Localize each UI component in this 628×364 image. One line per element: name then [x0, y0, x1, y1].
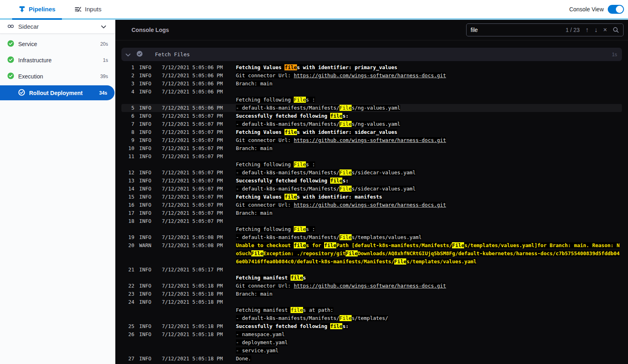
log-timestamp: 7/12/2021 5:05:06 PM — [162, 80, 231, 88]
log-level: INFO — [139, 266, 157, 274]
sidebar-step-execution[interactable]: Execution39s — [0, 68, 115, 85]
log-timestamp — [162, 347, 231, 355]
sidebar-step-rollout-deployment[interactable]: Rollout Deployment34s — [0, 85, 115, 100]
step-duration: 20s — [100, 41, 108, 47]
tab-inputs[interactable]: Inputs — [68, 0, 108, 18]
log-line[interactable]: 12INFO7/12/2021 5:05:07 PM- default-k8s-… — [121, 169, 622, 177]
chevron-down-icon[interactable] — [125, 51, 131, 58]
log-line[interactable]: 6INFO7/12/2021 5:05:07 PMSuccessfully fe… — [121, 112, 622, 120]
log-line[interactable]: Fetching following Files : — [121, 96, 622, 104]
log-line[interactable]: 17INFO7/12/2021 5:05:07 PMBranch: main — [121, 209, 622, 217]
line-number: 14 — [121, 185, 134, 193]
log-line[interactable]: 2INFO7/12/2021 5:05:06 PMGit connector U… — [121, 72, 622, 80]
log-line[interactable]: 21INFO7/12/2021 5:05:17 PM — [121, 266, 622, 274]
line-number — [121, 339, 134, 347]
log-line[interactable]: 23INFO7/12/2021 5:05:18 PMBranch: main — [121, 290, 622, 298]
log-line[interactable]: Fetching manifest files at path: — [121, 306, 622, 314]
log-level: INFO — [139, 193, 157, 201]
log-line[interactable]: 25INFO7/12/2021 5:05:18 PMSuccessfully f… — [121, 322, 622, 330]
line-number: 2 — [121, 72, 134, 80]
log-line[interactable]: 18INFO7/12/2021 5:05:07 PM — [121, 217, 622, 225]
line-number: 4 — [121, 88, 134, 96]
sidebar-step-service[interactable]: Service20s — [0, 36, 115, 52]
log-timestamp: 7/12/2021 5:05:07 PM — [162, 177, 231, 185]
line-number: 19 — [121, 233, 134, 241]
log-timestamp: 7/12/2021 5:05:06 PM — [162, 63, 231, 72]
log-line[interactable]: 13INFO7/12/2021 5:05:07 PMSuccessfully f… — [121, 177, 622, 185]
log-line[interactable]: 14INFO7/12/2021 5:05:07 PM- default-k8s-… — [121, 185, 622, 193]
log-line[interactable]: - default-k8s-manifests/Manifests/Files/… — [121, 314, 622, 322]
log-timestamp: 7/12/2021 5:05:07 PM — [162, 112, 231, 120]
log-message: Git connector Url: https://github.com/wi… — [236, 136, 622, 144]
tab-label: Pipelines — [29, 6, 55, 13]
log-link[interactable]: https://github.com/wings-software/harnes… — [294, 202, 446, 208]
search-input[interactable] — [471, 27, 560, 33]
sidebar: Sidecar Service20sInfrastructure1sExecut… — [0, 20, 115, 364]
log-line[interactable]: 24INFO7/12/2021 5:05:18 PM — [121, 298, 622, 306]
sidebar-stage-header[interactable]: Sidecar — [0, 20, 115, 34]
log-line[interactable]: 7INFO7/12/2021 5:05:07 PM- default-k8s-m… — [121, 120, 622, 128]
log-line[interactable]: 8INFO7/12/2021 5:05:07 PMFetching Values… — [121, 128, 622, 136]
line-number: 12 — [121, 169, 134, 177]
log-message: Fetching Values files with identifier: p… — [236, 63, 622, 72]
log-line[interactable]: 19INFO7/12/2021 5:05:08 PM- default-k8s-… — [121, 233, 622, 241]
line-number: 16 — [121, 201, 134, 209]
search-clear-button[interactable]: × — [603, 27, 607, 33]
sidebar-step-infrastructure[interactable]: Infrastructure1s — [0, 52, 115, 68]
search-prev-button[interactable]: ↑ — [586, 27, 589, 33]
log-link[interactable]: https://github.com/wings-software/harnes… — [294, 72, 446, 78]
log-line[interactable]: 20WARN7/12/2021 5:05:08 PMUnable to chec… — [121, 241, 622, 266]
log-message: Successfully fetched following files: — [236, 112, 622, 120]
step-duration: 1s — [103, 57, 108, 63]
log-line[interactable]: - service.yaml — [121, 347, 622, 355]
search-match: file — [330, 178, 342, 184]
active-search-match: file — [284, 64, 297, 70]
log-line[interactable]: 4INFO7/12/2021 5:05:06 PM — [121, 88, 622, 96]
chevron-down-icon[interactable] — [101, 23, 106, 30]
search-icon[interactable] — [613, 27, 619, 33]
log-line[interactable]: 11INFO7/12/2021 5:05:07 PM — [121, 152, 622, 161]
console-view-label: Console View — [569, 6, 604, 13]
log-line[interactable]: Fetching following Files : — [121, 225, 622, 233]
check-circle-icon — [7, 40, 14, 48]
log-section-header[interactable]: Fetch Files 1s — [121, 48, 622, 61]
log-message: Branch: main — [236, 290, 622, 298]
search-match: file — [330, 113, 342, 119]
log-line[interactable]: 9INFO7/12/2021 5:05:07 PMGit connector U… — [121, 136, 622, 144]
log-timestamp: 7/12/2021 5:05:08 PM — [162, 241, 231, 266]
log-line[interactable]: 3INFO7/12/2021 5:05:06 PMBranch: main — [121, 80, 622, 88]
log-line[interactable]: 10INFO7/12/2021 5:05:07 PMBranch: main — [121, 144, 622, 152]
log-timestamp — [162, 96, 231, 104]
log-line[interactable]: 26INFO7/12/2021 5:05:18 PM- namespace.ya… — [121, 330, 622, 339]
tab-pipelines[interactable]: Pipelines — [12, 0, 62, 18]
line-number — [121, 306, 134, 314]
log-line[interactable]: 15INFO7/12/2021 5:05:07 PMFetching Value… — [121, 193, 622, 201]
log-line[interactable]: 22INFO7/12/2021 5:05:18 PMGit connector … — [121, 282, 622, 290]
search-match: file — [291, 275, 303, 281]
search-match: File — [339, 315, 352, 321]
log-message: - default-k8s-manifests/Manifests/Files/… — [236, 104, 622, 112]
log-line[interactable]: Fetching following Files : — [121, 161, 622, 169]
line-number: 27 — [121, 355, 134, 363]
log-line[interactable]: 5INFO7/12/2021 5:05:06 PM- default-k8s-m… — [121, 104, 622, 112]
log-timestamp: 7/12/2021 5:05:07 PM — [162, 169, 231, 177]
log-link[interactable]: https://github.com/wings-software/harnes… — [294, 283, 446, 289]
search-next-button[interactable]: ↓ — [594, 27, 598, 33]
log-line[interactable]: 1INFO7/12/2021 5:05:06 PMFetching Values… — [121, 63, 622, 72]
tab-label: Inputs — [85, 6, 102, 13]
log-level: INFO — [139, 104, 157, 112]
log-timestamp: 7/12/2021 5:05:07 PM — [162, 120, 231, 128]
line-number: 5 — [121, 104, 134, 112]
log-message: - deployment.yaml — [236, 339, 622, 347]
line-number: 3 — [121, 80, 134, 88]
log-level: WARN — [139, 241, 157, 266]
log-timestamp: 7/12/2021 5:05:17 PM — [162, 266, 231, 274]
log-level — [139, 161, 157, 169]
log-line[interactable]: 16INFO7/12/2021 5:05:07 PMGit connector … — [121, 201, 622, 209]
log-line[interactable]: 27INFO7/12/2021 5:05:18 PMDone. — [121, 355, 622, 363]
log-line[interactable]: Fetching manifest files — [121, 274, 622, 282]
log-link[interactable]: https://github.com/wings-software/harnes… — [294, 137, 446, 143]
log-line[interactable]: - deployment.yaml — [121, 339, 622, 347]
search-match: file — [324, 242, 336, 248]
console-view-toggle[interactable] — [608, 5, 624, 14]
